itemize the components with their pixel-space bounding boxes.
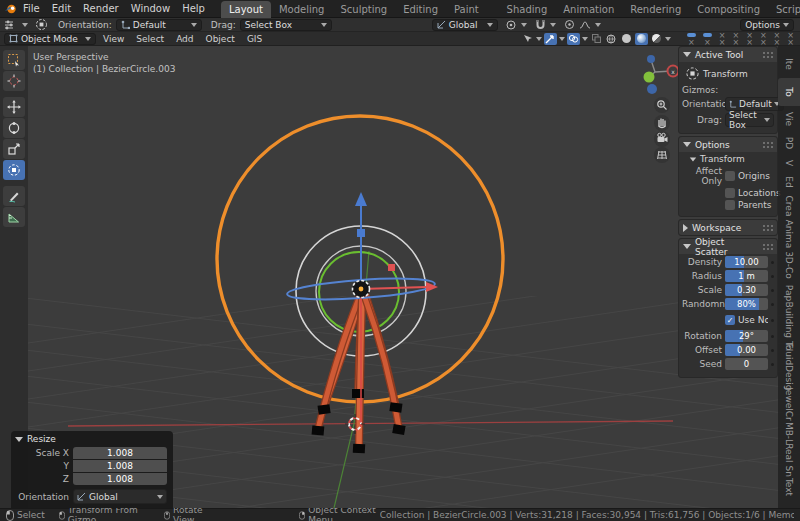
- object-scatter-header[interactable]: Object Scatter: [679, 239, 777, 254]
- nav-buttons[interactable]: [654, 97, 670, 163]
- sidebar-tab-3dcoat[interactable]: 3D-Co: [778, 249, 800, 281]
- rotation-slider[interactable]: 29°: [725, 330, 768, 342]
- use-normal-checkbox[interactable]: ✓: [725, 315, 735, 325]
- locations-checkbox[interactable]: [725, 188, 735, 198]
- options-dropdown[interactable]: Options: [740, 19, 794, 31]
- sidebar-tab-text[interactable]: Text: [778, 475, 800, 499]
- snap-magnet-icon[interactable]: [535, 19, 546, 30]
- sidebar-tab-tool[interactable]: To: [778, 78, 800, 106]
- decorator-dot[interactable]: [771, 303, 774, 306]
- show-gizmo-icon[interactable]: [521, 33, 534, 45]
- menu-object[interactable]: Object: [201, 34, 240, 44]
- axis-y-ball[interactable]: [644, 72, 655, 83]
- gizmo-chevron[interactable]: [536, 37, 542, 41]
- sidebar-tab-pd[interactable]: PD: [778, 132, 800, 154]
- 3d-viewport[interactable]: x: [0, 46, 800, 508]
- sidebar-tab-fluiddesigner[interactable]: FluidDesig: [778, 347, 800, 387]
- sidebar-tab-view[interactable]: Vie: [778, 106, 800, 132]
- tab-shading[interactable]: Shading: [499, 1, 556, 18]
- resize-orientation-dropdown[interactable]: Global: [73, 489, 167, 504]
- tool-annotate[interactable]: [3, 186, 25, 206]
- sidebar-tab-v[interactable]: V: [778, 154, 800, 171]
- sidebar-tab-edit[interactable]: Ed: [778, 171, 800, 193]
- sb-orientation-dropdown[interactable]: Default: [725, 97, 784, 111]
- drag-dropdown[interactable]: Select Box: [240, 19, 332, 31]
- tab-uv-editing[interactable]: UV Editing: [395, 0, 446, 18]
- nav-axis-gizmo[interactable]: x: [644, 55, 679, 94]
- tool-settings-chevron[interactable]: [22, 23, 28, 27]
- gizmo-z-scale-handle[interactable]: [357, 229, 365, 237]
- resize-operator-panel[interactable]: Resize Scale X 1.008 Y 1.008 Z 1.008 Ori…: [11, 431, 173, 508]
- sidebar-tab-animation[interactable]: Anima: [778, 219, 800, 249]
- menu-help[interactable]: Help: [176, 3, 211, 14]
- falloff-curve-icon[interactable]: [579, 20, 591, 30]
- overlays-toggle-icon[interactable]: [567, 33, 580, 45]
- offset-slider[interactable]: 0.00: [725, 344, 768, 356]
- panel-grip-icon[interactable]: [762, 141, 773, 148]
- tool-settings-icon[interactable]: [4, 20, 18, 30]
- pivot-point-icon[interactable]: [505, 19, 517, 31]
- active-tool-header[interactable]: Active Tool: [679, 47, 777, 62]
- sidebar-tab-building-tools[interactable]: Building To: [778, 305, 800, 347]
- sidebar-tab-create[interactable]: Crea: [778, 193, 800, 219]
- axis-neg-ball[interactable]: [647, 84, 657, 94]
- menu-window[interactable]: Window: [125, 3, 176, 14]
- scale-x-field[interactable]: 1.008: [73, 447, 167, 459]
- snap-chevron[interactable]: [550, 23, 556, 27]
- menu-edit[interactable]: Edit: [46, 3, 77, 14]
- overlays-chevron[interactable]: [582, 37, 588, 41]
- radius-slider[interactable]: 1 m: [725, 270, 768, 282]
- sidebar-tab-item[interactable]: Ite: [778, 50, 800, 78]
- mode-dropdown[interactable]: Object Mode: [4, 33, 96, 45]
- menu-add[interactable]: Add: [171, 34, 198, 44]
- menu-render[interactable]: Render: [77, 3, 125, 14]
- panel-grip-icon[interactable]: [762, 243, 773, 250]
- options-sub-header[interactable]: Transform: [700, 154, 745, 164]
- falloff-chevron[interactable]: [595, 23, 601, 27]
- tab-layout[interactable]: Layout: [221, 1, 271, 18]
- camera-view-button[interactable]: [654, 131, 670, 147]
- tool-cursor[interactable]: [3, 71, 25, 91]
- tab-scripting[interactable]: Scripting: [768, 1, 800, 18]
- decorator-dot[interactable]: [771, 261, 774, 264]
- tool-measure[interactable]: [3, 207, 25, 227]
- tab-modeling[interactable]: Modeling: [271, 1, 333, 18]
- xray-toggle-icon[interactable]: [590, 33, 603, 45]
- menu-gis[interactable]: GIS: [242, 34, 267, 44]
- tool-select-box[interactable]: [3, 50, 25, 70]
- decorator-dot[interactable]: [771, 363, 774, 366]
- sb-drag-dropdown[interactable]: Select Box: [725, 113, 774, 127]
- shading-wireframe-icon[interactable]: [605, 33, 618, 45]
- tab-compositing[interactable]: Compositing: [689, 1, 768, 18]
- tab-texture-paint[interactable]: Texture Paint: [446, 0, 499, 18]
- transform-orientation-dropdown[interactable]: Global: [432, 19, 498, 31]
- decorator-dot[interactable]: [771, 335, 774, 338]
- menu-select[interactable]: Select: [131, 34, 169, 44]
- proportional-editing-icon[interactable]: [564, 19, 575, 30]
- collapse-arrow-icon[interactable]: [15, 437, 23, 442]
- orientation-dropdown[interactable]: Default: [116, 19, 202, 31]
- density-slider[interactable]: 10.00: [725, 256, 768, 268]
- ortho-toggle-button[interactable]: [654, 147, 670, 163]
- seed-field[interactable]: 0: [725, 358, 768, 370]
- toggle-pill-icon[interactable]: [687, 33, 696, 37]
- tool-move[interactable]: [3, 97, 25, 117]
- gizmo-x-arrowhead[interactable]: [426, 282, 438, 292]
- sidebar-tab-mblab[interactable]: MB-L: [778, 421, 800, 445]
- randomness-slider[interactable]: 80%: [725, 298, 768, 310]
- shading-material-icon[interactable]: [635, 33, 648, 45]
- origins-checkbox[interactable]: [725, 171, 735, 181]
- menu-view[interactable]: View: [98, 34, 129, 44]
- toggle-pill-icon[interactable]: [703, 33, 712, 37]
- workspace-header[interactable]: Workspace: [679, 220, 777, 235]
- blender-logo-icon[interactable]: [4, 2, 17, 15]
- scale-y-field[interactable]: 1.008: [73, 460, 167, 472]
- scale-z-field[interactable]: 1.008: [73, 473, 167, 485]
- gizmo-z-arrowhead[interactable]: [355, 192, 367, 206]
- pivot-chevron[interactable]: [521, 23, 527, 27]
- sidebar-tab-jewelcraft[interactable]: JewelCr: [778, 387, 800, 421]
- pan-hand-button[interactable]: [654, 115, 670, 131]
- menu-file[interactable]: File: [17, 3, 46, 14]
- tool-scale[interactable]: [3, 139, 25, 159]
- gizmo-x-axis[interactable]: [361, 287, 426, 289]
